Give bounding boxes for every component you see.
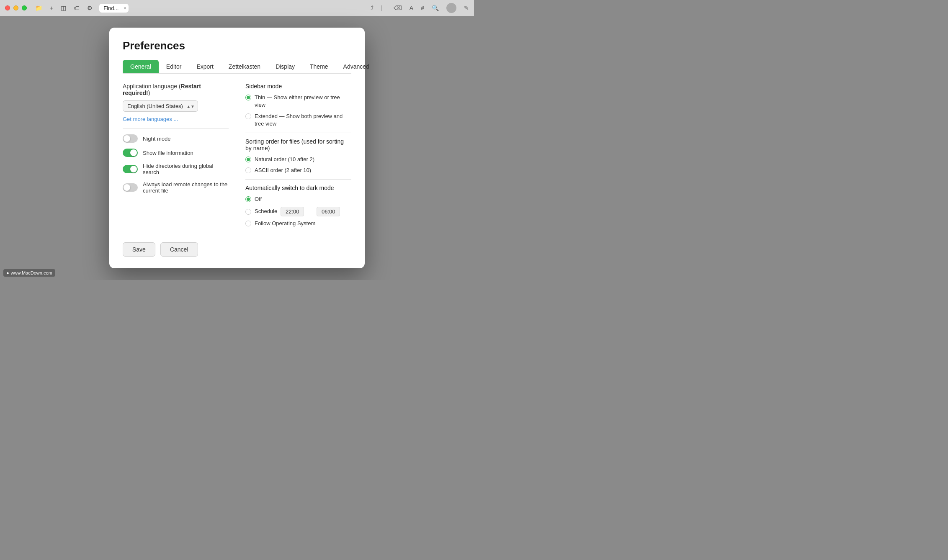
image-icon[interactable]: ◫ [61,5,66,11]
sidebar-extended-row: Extended — Show both preview and tree vi… [245,113,351,128]
dark-mode-off-row: Off [245,195,351,203]
modal-title: Preferences [123,39,351,52]
toolbar-icons: 📁 + ◫ 🏷 ⚙ [35,5,93,11]
content-area: Application language (Restart required!)… [123,83,351,231]
language-section-label: Application language (Restart required!) [123,83,229,96]
schedule-dash: — [307,208,313,215]
always-load-remote-label: Always load remote changes to the curren… [143,181,229,194]
always-load-remote-toggle-row: Always load remote changes to the curren… [123,181,229,194]
close-button[interactable] [5,5,10,10]
dark-mode-off-radio[interactable] [245,196,251,202]
maximize-button[interactable] [22,5,27,10]
hide-directories-label: Hide directories during global search [143,163,229,175]
tab-general[interactable]: General [123,60,159,73]
right-panel: Sidebar mode Thin — Show either preview … [245,83,351,231]
modal-footer: Save Cancel [123,242,351,257]
edit-icon[interactable]: ✎ [464,5,469,11]
show-file-info-label: Show file information [143,150,193,156]
cursor-icon[interactable]: ⎸ [381,5,386,12]
sidebar-mode-title: Sidebar mode [245,83,351,90]
show-file-info-toggle-knob [130,149,137,156]
titlebar: 📁 + ◫ 🏷 ⚙ Find... × ⤴ ⎸ ⌫ A # 🔍 ✎ [0,0,474,16]
gear-icon[interactable]: ⚙ [87,5,93,11]
night-mode-toggle-row: Night mode [123,134,229,143]
dark-mode-off-label: Off [255,195,262,203]
sidebar-extended-label: Extended — Show both preview and tree vi… [255,113,351,128]
divider-right-2 [245,179,351,180]
search-tab-text: Find... [103,5,118,11]
dark-mode-schedule-radio[interactable] [245,209,251,215]
schedule-start-input[interactable] [281,207,304,216]
delete-icon[interactable]: ⌫ [394,5,402,11]
night-mode-toggle[interactable] [123,134,138,143]
sidebar-thin-row: Thin — Show either preview or tree view [245,94,351,109]
language-select-wrapper[interactable]: English (United States) ▲▼ [123,100,198,112]
sorting-ascii-radio[interactable] [245,167,251,173]
left-panel: Application language (Restart required!)… [123,83,229,231]
always-load-remote-toggle-knob [124,184,130,191]
tab-export[interactable]: Export [189,60,221,73]
sidebar-thin-radio[interactable] [245,95,251,100]
search-icon[interactable]: 🔍 [432,5,439,11]
minimize-button[interactable] [13,5,18,10]
save-button[interactable]: Save [123,242,155,257]
tab-display[interactable]: Display [268,60,302,73]
avatar [446,3,456,13]
preferences-modal: Preferences General Editor Export Zettel… [109,28,365,268]
sorting-ascii-label: ASCII order (2 after 10) [255,167,311,174]
sorting-natural-row: Natural order (10 after 2) [245,156,351,163]
folder-icon[interactable]: 📁 [35,5,42,11]
tabs-bar: General Editor Export Zettelkasten Displ… [123,60,351,74]
hashtag-icon[interactable]: # [421,5,424,11]
sidebar-extended-radio[interactable] [245,113,251,119]
hide-directories-toggle-knob [130,166,137,172]
hide-directories-toggle[interactable] [123,165,138,173]
share-icon[interactable]: ⤴ [371,5,374,11]
show-file-info-toggle[interactable] [123,149,138,157]
sorting-order-title: Sorting order for files (used for sortin… [245,138,351,152]
hide-directories-toggle-row: Hide directories during global search [123,163,229,175]
font-icon[interactable]: A [410,5,413,11]
sorting-natural-label: Natural order (10 after 2) [255,156,314,163]
modal-overlay: Preferences General Editor Export Zettel… [0,16,474,280]
night-mode-toggle-knob [124,135,130,142]
add-icon[interactable]: + [50,5,53,11]
schedule-end-input[interactable] [317,207,340,216]
sidebar-thin-label: Thin — Show either preview or tree view [255,94,351,109]
tab-zettelkasten[interactable]: Zettelkasten [221,60,268,73]
search-tab[interactable]: Find... × [99,4,129,13]
tag-icon[interactable]: 🏷 [74,5,80,11]
tab-editor[interactable]: Editor [159,60,189,73]
show-file-info-toggle-row: Show file information [123,149,229,157]
night-mode-label: Night mode [143,136,170,142]
tab-theme[interactable]: Theme [302,60,336,73]
dark-mode-os-row: Follow Operating System [245,220,351,227]
get-more-languages-link[interactable]: Get more languages ... [123,116,229,122]
sorting-natural-radio[interactable] [245,157,251,162]
dark-mode-schedule-label: Schedule [255,208,277,215]
divider-right-1 [245,133,351,133]
divider-1 [123,128,229,128]
dark-mode-os-label: Follow Operating System [255,220,315,227]
dark-mode-title: Automatically switch to dark mode [245,185,351,191]
cancel-button[interactable]: Cancel [160,242,198,257]
dark-mode-schedule-row: Schedule — [245,207,351,216]
tab-advanced[interactable]: Advanced [336,60,377,73]
titlebar-right-icons: ⤴ ⎸ ⌫ A # 🔍 ✎ [371,3,469,13]
dark-mode-os-radio[interactable] [245,221,251,226]
sorting-ascii-row: ASCII order (2 after 10) [245,167,351,174]
always-load-remote-toggle[interactable] [123,183,138,192]
language-select[interactable]: English (United States) [123,100,198,112]
tab-close-icon[interactable]: × [124,5,126,10]
